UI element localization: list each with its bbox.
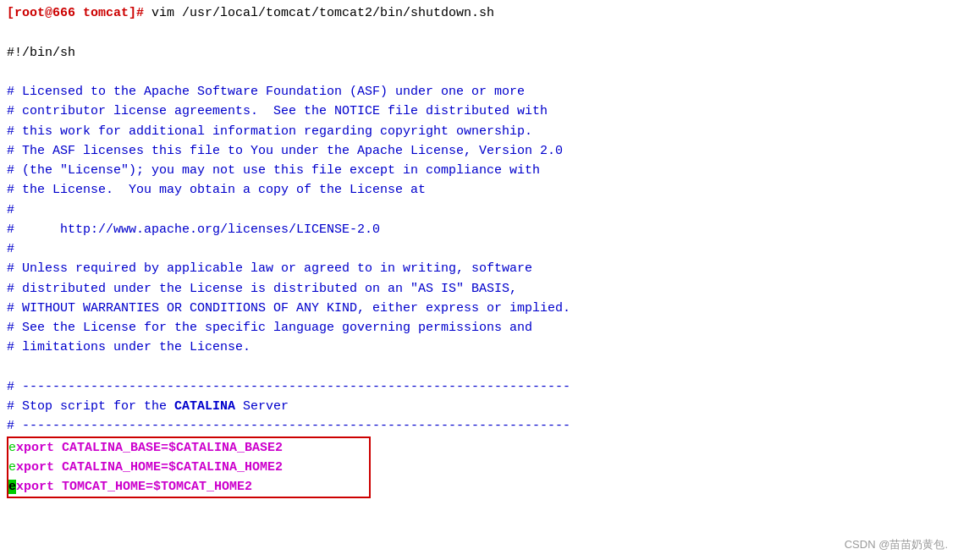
shell-prompt: [root@666 tomcat]# [7,6,144,20]
shell-command: vim /usr/local/tomcat/tomcat2/bin/shutdo… [144,6,494,20]
comment-line-7: # [7,200,951,220]
export-line-3: export TOMCAT_HOME=$TOMCAT_HOME2 [8,477,369,497]
comment-line-4: # The ASF licenses this file to You unde… [7,141,951,161]
export-line-2: export CATALINA_HOME=$CATALINA_HOME2 [8,458,369,477]
watermark: CSDN @苗苗奶黄包. [845,536,948,553]
export-line-1: export CATALINA_BASE=$CATALINA_BASE2 [8,438,369,458]
comment-line-8: # [7,239,951,259]
blank-line-2 [7,63,951,82]
prompt-line: [root@666 tomcat]# vim /usr/local/tomcat… [7,3,951,23]
comment-line-3: # this work for additional information r… [7,122,951,141]
comment-line-13: # limitations under the License. [7,338,951,357]
separator-line-1: # --------------------------------------… [7,377,951,397]
separator-line-2: # --------------------------------------… [7,416,951,436]
comment-line-2: # contributor license agreements. See th… [7,102,951,121]
comment-line-5: # (the "License"); you may not use this … [7,161,951,180]
shebang-line: #!/bin/sh [7,43,951,63]
export-block: export CATALINA_BASE=$CATALINA_BASE2 exp… [7,436,371,499]
comment-line-12: # See the License for the specific langu… [7,318,951,338]
terminal-window: [root@666 tomcat]# vim /usr/local/tomcat… [0,0,958,560]
catalina-comment: # Stop script for the CATALINA Server [7,397,951,416]
comment-line-6: # the License. You may obtain a copy of … [7,180,951,200]
comment-line-11: # WITHOUT WARRANTIES OR CONDITIONS OF AN… [7,299,951,318]
comment-line-9: # Unless required by applicable law or a… [7,259,951,278]
comment-url-line: # http://www.apache.org/licenses/LICENSE… [7,220,951,239]
blank-line-1 [7,23,951,42]
blank-line-3 [7,358,951,377]
comment-line-10: # distributed under the License is distr… [7,279,951,299]
comment-line-1: # Licensed to the Apache Software Founda… [7,82,951,102]
